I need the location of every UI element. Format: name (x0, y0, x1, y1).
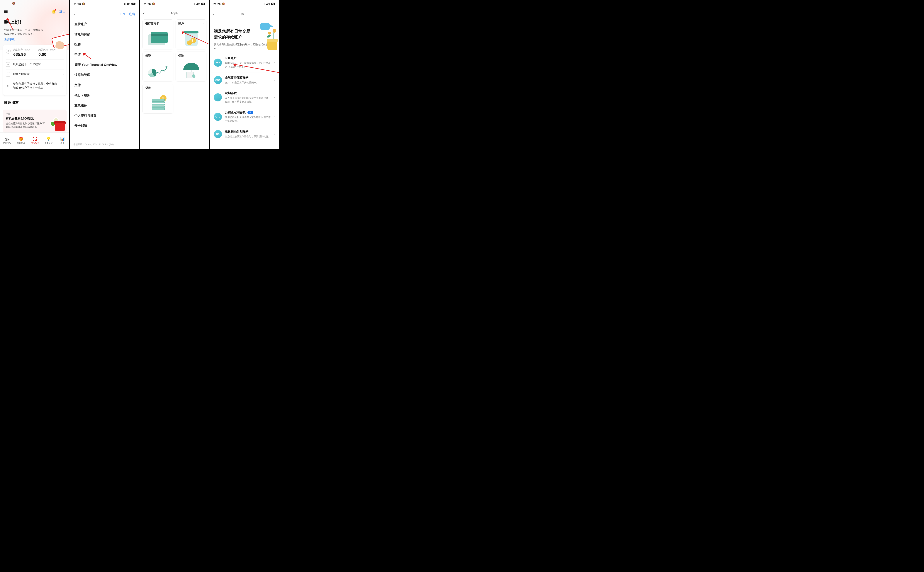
account-list: 360 360 账户与本行存入工资，储蓄或消费，便可获享高达4.65%的年利率 … (210, 52, 279, 143)
tab-funds-label: 资金分析 (45, 142, 53, 145)
tile-loan[interactable]: 贷款› $ (143, 84, 173, 113)
chevron-right-icon: › (203, 22, 204, 25)
row-title: 360 账户 (225, 56, 271, 60)
tile-label: 投资 (145, 54, 151, 58)
tile-accounts[interactable]: 账户› $ (176, 19, 207, 49)
screen-home: 21:25 🔕 ⁞⁞ 4G 46 🔔 退出 晚上好! 通过配置于美国、中国、欧洲… (0, 0, 70, 149)
refer-card[interactable]: 推荐 有机会赢取5,000新元 当您推荐海外朋友到华侨银行开户,可获得现金奖励和… (3, 110, 67, 132)
battery-icon: 46 (131, 3, 135, 5)
jar-illustration: $ (182, 30, 200, 47)
logout-link[interactable]: 退出 (59, 9, 65, 14)
row-desc: 存入最长为36个月的新元或主要外币定期存款，便可获享更高回报。 (225, 96, 271, 104)
badge-ctd: CTD (214, 113, 222, 121)
network-label: 4G (127, 2, 130, 6)
mute-icon: 🔕 (82, 2, 85, 5)
plant-illustration (255, 22, 279, 51)
page-title: Apply (140, 12, 209, 15)
tile-label: 账户 (178, 22, 184, 25)
scan-icon (33, 137, 37, 141)
network-label: 4G (266, 2, 270, 6)
dollar-doc-icon: $· (6, 84, 10, 88)
menu-item-apply[interactable]: 申请 (72, 50, 137, 60)
menu-item-invest[interactable]: 投资 (72, 39, 137, 50)
menu-item-accounts[interactable]: 查看账户 (72, 19, 137, 29)
tab-scan-label: 扫码支付 (31, 141, 39, 144)
action-plan[interactable]: ⫿⫿ 规划您的下一个里程碑 › (6, 60, 64, 70)
logout-link[interactable]: 退出 (129, 12, 135, 16)
status-time: 21:26 (74, 2, 81, 6)
account-row-ctd[interactable]: CTD 公积金定期存款新使用您的公积金资金存入定期存款以增加您的退休储蓄。 › (211, 107, 277, 126)
language-toggle[interactable]: EN (120, 12, 125, 16)
greeting-title: 晚上好! (4, 19, 65, 25)
menu-item-track[interactable]: 追踪与管理 (72, 70, 137, 80)
visibility-toggle-icon[interactable]: 👁 (6, 49, 11, 54)
tab-rewards[interactable]: 🎁奖励积点 (14, 133, 28, 149)
promo-text: 通过配置于美国、中国、欧洲等市场实现多元化投资组合！ › (4, 28, 43, 36)
back-icon[interactable]: ‹ (74, 12, 75, 16)
menu-item-oneview[interactable]: 管理 Your Financial OneView (72, 60, 137, 70)
row-desc: 支持十种主要货币的储蓄账户。 (225, 81, 271, 84)
notification-dot (55, 9, 56, 11)
tile-insurance[interactable]: 保险› (176, 51, 207, 81)
action-plan-label: 规划您的下一个里程碑 (13, 62, 60, 67)
last-login: 最后登录： 04 Aug 2024, 21:06 PM (SG) (70, 140, 139, 149)
refer-heading: 推荐朋友 (4, 100, 69, 105)
menu-item-cheque[interactable]: 支票服务 (72, 100, 137, 110)
tab-rewards-label: 奖励积点 (17, 142, 25, 145)
menu-item-transfer[interactable]: 转账与付款 (72, 29, 137, 39)
tile-invest[interactable]: 投资› (143, 51, 173, 81)
row-title: 公积金定期存款新 (225, 110, 271, 114)
statusbar: 21:26🔕 ⁞⁞4G46 (70, 0, 139, 8)
chevron-right-icon: › (170, 86, 171, 90)
action-protect-label: 增强您的保障 (13, 72, 60, 76)
tile-label: 保险 (178, 54, 184, 58)
account-row-sa[interactable]: SA 退休辅助计划账户当您建立您的退休基金时，享受税收优惠。 › (211, 126, 277, 142)
bell-icon[interactable]: 🔔 (51, 9, 56, 14)
status-time: 21:26 (213, 2, 221, 6)
screen-apply: 21:26🔕 ⁞⁞4G46 ‹ Apply 银行信用卡› 账户› $ 投资› 保… (140, 0, 209, 149)
bars-icon: 📊 (60, 137, 65, 141)
action-protect[interactable]: ✓ 增强您的保障 › (6, 70, 64, 79)
menu-item-mailbox[interactable]: 安全邮箱 (72, 121, 137, 131)
row-title: 定期存款 (225, 91, 271, 95)
page-title: 账户 (210, 12, 279, 16)
tab-invest[interactable]: 📊投资 (56, 133, 69, 149)
tab-scan[interactable]: 扫码支付 (28, 133, 42, 149)
shield-icon: ✓ (6, 72, 10, 76)
battery-icon: 46 (271, 3, 275, 5)
chevron-right-icon: › (274, 61, 275, 64)
statusbar: 21:26🔕 ⁞⁞4G46 (140, 0, 209, 8)
tab-paynow[interactable]: PAYNOWPayNow (0, 133, 14, 149)
mute-icon: 🔕 (152, 2, 155, 5)
hero-section: 满足您所有日常交易需求的存款账户 发觉各种以您的喜好定制的账户，奖励方式由您决定… (210, 18, 279, 52)
important-link[interactable]: 重要事项 (4, 38, 15, 41)
chart-icon: ⫿⫿ (6, 62, 10, 67)
badge-gsa: GSA (214, 76, 222, 84)
account-row-360[interactable]: 360 360 账户与本行存入工资，储蓄或消费，便可获享高达4.65%的年利率 … (211, 53, 277, 72)
action-oneview[interactable]: $· 获取您所有的银行，保险，中央托收和政府账户的合并一览表 › (6, 79, 64, 93)
hamburger-icon[interactable] (4, 10, 8, 13)
bulb-icon: 💡 (46, 137, 51, 141)
signal-icon: ⁞⁞ (194, 2, 195, 6)
refer-desc: 当您推荐海外朋友到华侨银行开户,可获得现金奖励和幸运抽奖机会. (6, 122, 47, 129)
assets-label: 您的资产 (SGD) (13, 48, 39, 51)
refer-tag: 推荐 (6, 112, 64, 116)
signal-icon: ⁞⁞ (264, 2, 265, 6)
tab-funds[interactable]: 💡资金分析 (42, 133, 56, 149)
loan-illustration: $ (147, 95, 169, 111)
balance-card: 👁 您的资产 (SGD) 635.96 您的欠款 (SGD) 0.00 ⫿⫿ 规… (3, 45, 67, 96)
chevron-right-icon: › (62, 63, 64, 67)
menu-item-profile[interactable]: 个人资料与设置 (72, 110, 137, 121)
tile-label: 贷款 (145, 86, 151, 90)
mute-icon: 🔕 (12, 2, 15, 5)
chevron-right-icon: › (274, 95, 275, 99)
tile-label: 银行信用卡 (145, 22, 159, 25)
menu-item-cards[interactable]: 银行卡服务 (72, 90, 137, 100)
account-row-td[interactable]: TD 定期存款存入最长为36个月的新元或主要外币定期存款，便可获享更高回报。 › (211, 88, 277, 107)
account-row-gsa[interactable]: GSA 全球货币储蓄账户支持十种主要货币的储蓄账户。 › (211, 72, 277, 88)
menu-item-docs[interactable]: 文件 (72, 80, 137, 90)
tile-creditcard[interactable]: 银行信用卡› (143, 19, 173, 49)
badge-360: 360 (214, 59, 222, 67)
statusbar: 21:26🔕 ⁞⁞4G46 (210, 0, 279, 8)
gift-icon: 🎁 (19, 137, 23, 141)
